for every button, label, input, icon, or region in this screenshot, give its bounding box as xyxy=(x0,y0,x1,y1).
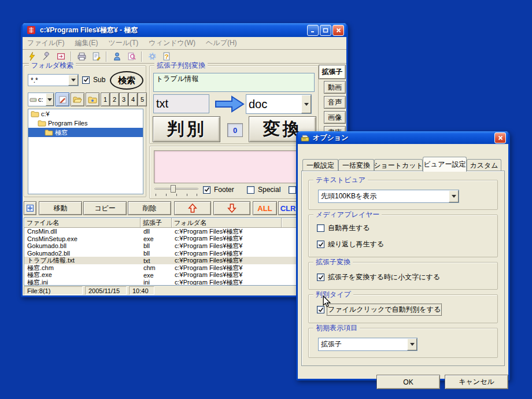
folder-icon xyxy=(45,129,53,136)
tree-item-program-files[interactable]: Program Files xyxy=(28,119,143,128)
cell-extension: chm xyxy=(141,264,172,271)
sub-checkbox-box[interactable] xyxy=(82,76,90,84)
to-extension-combobox[interactable]: doc xyxy=(246,94,312,114)
text-viewer-dropdown-button[interactable] xyxy=(449,190,459,202)
category-video-button[interactable]: 動画 xyxy=(324,81,346,94)
move-button-label: 移動 xyxy=(54,204,68,213)
cancel-button[interactable]: キャンセル xyxy=(445,375,508,389)
text-viewer-combobox[interactable]: 先頭100KBを表示 xyxy=(318,190,459,203)
folder-sync-icon[interactable] xyxy=(54,51,67,62)
menu-help[interactable]: ヘルプ(H) xyxy=(206,38,237,48)
printer-icon[interactable] xyxy=(75,51,88,62)
folder-tree[interactable]: c:¥ Program Files 極窓 xyxy=(28,109,143,194)
pencil-note-icon xyxy=(58,95,67,104)
special-checkbox[interactable]: Special xyxy=(247,186,280,194)
tree-item-drive[interactable]: c:¥ xyxy=(28,109,143,119)
open-folder-button[interactable] xyxy=(71,93,84,106)
move-up-button[interactable] xyxy=(174,201,211,215)
autodetect-checkbox[interactable]: ファイルクリックで自動判別をする xyxy=(317,305,441,315)
main-titlebar[interactable]: c:¥Program Files¥極窓¥ - 極窓 xyxy=(23,23,346,37)
gear-icon[interactable] xyxy=(146,51,158,62)
repeat-checkbox[interactable]: 繰り返し再生する xyxy=(317,239,384,249)
quick-folder-button-1[interactable]: 1 xyxy=(101,93,110,106)
edit-list-button[interactable] xyxy=(56,93,69,106)
tab-custom[interactable]: カスタム xyxy=(467,159,501,171)
sub-checkbox[interactable]: Sub xyxy=(82,76,105,84)
quick-folder-button-5[interactable]: 5 xyxy=(138,93,147,106)
category-image-button[interactable]: 画像 xyxy=(324,111,346,124)
tab-batch-convert[interactable]: 一括変換 xyxy=(338,159,374,171)
update-icon[interactable] xyxy=(25,51,38,62)
tree-item-gokumado[interactable]: 極窓 xyxy=(28,128,143,137)
initial-item-dropdown-button[interactable] xyxy=(407,338,417,350)
slider-tick xyxy=(187,194,187,196)
slider-thumb[interactable] xyxy=(171,185,176,193)
tab-viewer-settings[interactable]: ビュアー設定 xyxy=(423,157,467,172)
detect-button[interactable]: 判別 xyxy=(153,116,220,142)
quick-folder-button-4[interactable]: 4 xyxy=(128,93,138,106)
quick-folder-button-3[interactable]: 3 xyxy=(119,93,128,106)
menu-tools[interactable]: ツール(T) xyxy=(108,38,138,48)
footer-checkbox-box[interactable] xyxy=(203,186,210,194)
tab-shortcut[interactable]: ショートカット xyxy=(374,159,423,171)
search-button[interactable]: 検索 xyxy=(110,71,143,90)
slider-tick xyxy=(156,194,156,196)
maximize-button[interactable] xyxy=(320,25,331,36)
edit-document-icon[interactable] xyxy=(90,51,102,62)
wrench-icon[interactable] xyxy=(40,51,53,62)
search-document-icon[interactable] xyxy=(125,51,138,62)
minimize-button[interactable] xyxy=(307,25,319,36)
ok-button[interactable]: OK xyxy=(376,375,440,389)
help-icon[interactable]: ? xyxy=(160,51,173,62)
copy-button-label: コピー xyxy=(94,204,116,213)
category-extension-button[interactable]: 拡張子 xyxy=(319,65,346,79)
autoplay-checkbox[interactable]: 自動再生する xyxy=(317,223,370,233)
pattern-dropdown-button[interactable] xyxy=(68,75,78,86)
pattern-combobox[interactable]: *.* xyxy=(28,74,79,86)
lowercase-checkbox[interactable]: 拡張子を変換する時に小文字にする xyxy=(317,272,440,282)
delete-button[interactable]: 削除 xyxy=(128,201,171,215)
column-header-extension[interactable]: 拡張子 xyxy=(141,218,172,228)
quick-folder-button-2[interactable]: 2 xyxy=(110,93,119,106)
file-info-field[interactable]: トラブル情報 xyxy=(153,73,315,92)
options-close-button[interactable] xyxy=(494,132,506,143)
drive-dropdown-button[interactable] xyxy=(46,93,54,106)
menu-window[interactable]: ウィンドウ(W) xyxy=(149,38,195,48)
special-checkbox-box[interactable] xyxy=(247,186,254,194)
select-all-button[interactable]: ALL xyxy=(253,201,277,215)
footer-checkbox[interactable]: Footer xyxy=(203,186,234,194)
preview-slider[interactable] xyxy=(154,184,198,196)
clear-button[interactable]: CLR xyxy=(278,201,298,215)
close-button[interactable] xyxy=(332,25,344,36)
grid-plus-icon xyxy=(26,204,34,212)
autoplay-checkbox-box[interactable] xyxy=(317,224,324,232)
move-button[interactable]: 移動 xyxy=(39,201,82,215)
menu-file[interactable]: ファイル(F) xyxy=(27,38,64,48)
move-down-button[interactable] xyxy=(213,201,250,215)
tab-viewer-label: ビュアー設定 xyxy=(424,160,466,169)
drive-combobox[interactable]: c: xyxy=(28,93,54,106)
user-icon[interactable] xyxy=(110,51,123,62)
open-folder-icon xyxy=(73,96,82,104)
menu-edit[interactable]: 編集(E) xyxy=(75,38,98,48)
initial-item-combobox[interactable]: 拡張子 xyxy=(318,338,418,351)
category-image-label: 画像 xyxy=(328,113,342,123)
from-extension-field[interactable]: txt xyxy=(153,94,209,113)
options-titlebar[interactable]: オプション xyxy=(298,131,508,144)
status-time: 10:40 xyxy=(129,286,154,295)
cell-extension: dll xyxy=(141,228,172,235)
lowercase-checkbox-box[interactable] xyxy=(317,274,324,281)
category-extension-label: 拡張子 xyxy=(322,67,343,77)
status-bar: File:8(1) 2005/11/15 10:40 xyxy=(24,286,154,295)
repeat-checkbox-box[interactable] xyxy=(317,241,324,248)
lowercase-checkbox-label: 拡張子を変換する時に小文字にする xyxy=(328,272,440,282)
tab-general[interactable]: 一般設定 xyxy=(302,159,338,171)
to-extension-dropdown-button[interactable] xyxy=(301,95,311,113)
mac-checkbox-box[interactable] xyxy=(289,186,296,194)
category-audio-button[interactable]: 音声 xyxy=(324,96,346,109)
column-header-folder[interactable]: フォルダ名 xyxy=(172,218,282,228)
column-header-filename[interactable]: ファイル名 xyxy=(24,218,141,228)
favorite-folder-button[interactable] xyxy=(86,93,99,106)
copy-button[interactable]: コピー xyxy=(83,201,127,215)
layout-toggle-button[interactable] xyxy=(24,201,36,215)
